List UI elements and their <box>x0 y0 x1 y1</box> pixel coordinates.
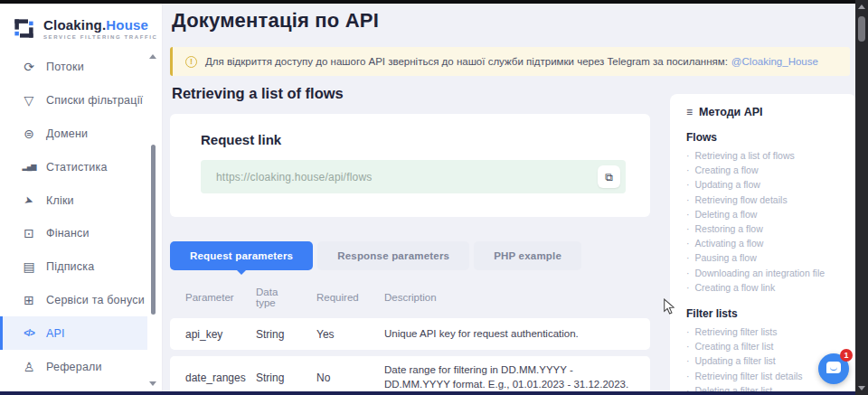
subscription-icon: ▤ <box>21 259 37 274</box>
cell-data-type: String <box>256 328 316 341</box>
chat-smile-icon <box>830 366 837 371</box>
method-link[interactable]: Downloading an integration file <box>686 266 845 280</box>
request-url: https://cloaking.house/api/flows <box>216 171 598 183</box>
logo-text-secondary: House <box>106 17 148 33</box>
section-title: Retrieving a list of flows <box>172 85 344 102</box>
top-edge-bar <box>0 0 855 4</box>
scroll-down-icon[interactable] <box>858 386 865 390</box>
sidebar-item-subscription[interactable]: ▤Підписка <box>0 250 147 284</box>
sidebar-nav: ⟳Потоки▽Списки фільтрації⊜Домени▂▄▆Стати… <box>0 51 147 383</box>
chat-icon <box>826 362 841 373</box>
tab-request-parameters[interactable]: Request parameters <box>170 241 313 270</box>
sidebar-item-label: Сервіси та бонуси <box>46 294 145 306</box>
copy-button[interactable]: ⧉ <box>598 165 620 188</box>
page-scrollbar[interactable] <box>855 0 868 395</box>
tab-php-example[interactable]: PHP example <box>474 241 581 270</box>
cell-required: No <box>316 371 384 384</box>
screen: Cloaking.House SERVICE FILTERING TRAFFIC… <box>0 0 868 395</box>
methods-group-title: Filter lists <box>686 307 845 320</box>
logo-text-primary: Cloaking. <box>43 17 106 33</box>
sync-icon: ⟳ <box>21 60 37 74</box>
page-scrollbar-thumb[interactable] <box>858 16 865 42</box>
mouse-cursor <box>663 298 675 315</box>
column-header-data-type: Data type <box>256 287 294 308</box>
clicks-icon: ➤ <box>19 192 38 209</box>
request-link-card: Request link https://cloaking.house/api/… <box>170 114 650 217</box>
telegram-link[interactable]: @Cloaking_House <box>731 56 818 67</box>
sidebar-item-label: Домени <box>46 127 88 140</box>
sidebar-item-statistics[interactable]: ▂▄▆Статистика <box>0 150 147 183</box>
notice-banner: ! Для відкриття доступу до нашого API зв… <box>170 47 850 76</box>
sidebar-item-filter-lists[interactable]: ▽Списки фільтрації <box>0 84 147 118</box>
referrals-icon: ♙ <box>21 360 37 374</box>
sidebar-item-label: Підписка <box>46 260 94 273</box>
method-link[interactable]: Pausing a flow <box>686 250 845 265</box>
methods-groups: FlowsRetrieving a list of flowsCreating … <box>686 131 845 395</box>
column-header-description: Description <box>384 292 650 303</box>
scroll-up-icon[interactable] <box>858 5 865 9</box>
logo-tagline: SERVICE FILTERING TRAFFIC <box>43 34 157 40</box>
sidebar-scroll-up-icon[interactable] <box>149 54 156 59</box>
api-methods-panel: ≡ Методи API FlowsRetrieving a list of f… <box>670 94 856 395</box>
tabs: Request parametersResponse parametersPHP… <box>170 241 581 270</box>
sidebar-item-label: Кліки <box>46 194 74 207</box>
sidebar-item-label: Потоки <box>46 61 84 73</box>
method-link[interactable]: Creating a filter list <box>686 339 845 353</box>
tab-response-parameters[interactable]: Response parameters <box>317 241 469 270</box>
sidebar-item-label: API <box>46 327 65 340</box>
method-link[interactable]: Creating a flow link <box>686 280 845 295</box>
method-link[interactable]: Deleting a flow <box>686 207 845 221</box>
sidebar-scrollbar-thumb[interactable] <box>151 145 156 315</box>
logo-text: Cloaking.House SERVICE FILTERING TRAFFIC <box>43 17 157 40</box>
cell-required: Yes <box>316 328 384 341</box>
sidebar-item-flows[interactable]: ⟳Потоки <box>0 51 147 84</box>
sidebar-item-api[interactable]: </>API <box>0 316 147 350</box>
chat-unread-badge: 1 <box>840 349 853 362</box>
sidebar-item-label: Списки фільтрації <box>46 94 143 107</box>
services-icon: ⊞ <box>21 293 37 307</box>
table-row: date_rangesStringNoDate range for filter… <box>170 356 650 395</box>
table-row: api_keyStringYesUnique API key for reque… <box>170 318 650 350</box>
method-link[interactable]: Creating a flow <box>686 163 845 177</box>
info-icon: ! <box>185 56 197 68</box>
request-url-field[interactable]: https://cloaking.house/api/flows ⧉ <box>201 160 626 193</box>
table-header: Parameter Data type Required Description <box>170 282 650 313</box>
notice-text: Для відкриття доступу до нашого API звер… <box>205 56 728 67</box>
sidebar: Cloaking.House SERVICE FILTERING TRAFFIC… <box>0 4 163 391</box>
method-link[interactable]: Updating a flow <box>686 177 845 192</box>
method-link[interactable]: Retrieving a list of flows <box>686 148 845 163</box>
sidebar-item-label: Статистика <box>46 161 108 174</box>
column-header-required: Required <box>316 292 384 303</box>
method-link[interactable]: Retrieving flow details <box>686 193 845 207</box>
methods-panel-title-row: ≡ Методи API <box>686 106 845 118</box>
finance-icon: ⊡ <box>21 226 37 240</box>
api-icon: </> <box>21 328 37 338</box>
method-link[interactable]: Retrieving filter lists <box>686 324 845 339</box>
column-header-parameter: Parameter <box>185 292 256 303</box>
logo[interactable]: Cloaking.House SERVICE FILTERING TRAFFIC <box>0 4 162 41</box>
filter-icon: ▽ <box>21 93 37 108</box>
sidebar-item-finance[interactable]: ⊡Фінанси <box>0 217 147 250</box>
sidebar-scroll-down-icon[interactable] <box>149 381 156 386</box>
methods-panel-title: Методи API <box>699 106 763 118</box>
cell-desc: Date range for filtering in DD.MM.YYYY -… <box>384 363 650 391</box>
cell-data-type: String <box>256 371 316 384</box>
stats-icon: ▂▄▆ <box>21 163 37 171</box>
method-link[interactable]: Restoring a flow <box>686 221 845 236</box>
bottom-edge-bar <box>0 391 855 395</box>
sidebar-item-services-bonuses[interactable]: ⊞Сервіси та бонуси <box>0 284 147 317</box>
logo-icon <box>12 16 36 41</box>
page-title: Документація по API <box>172 9 379 33</box>
sidebar-item-clicks[interactable]: ➤Кліки <box>0 183 147 217</box>
request-link-title: Request link <box>201 132 281 147</box>
method-link[interactable]: Activating a flow <box>686 236 845 250</box>
sidebar-item-domains[interactable]: ⊜Домени <box>0 118 147 151</box>
sidebar-item-label: Фінанси <box>46 227 90 240</box>
methods-group-title: Flows <box>686 131 845 144</box>
list-icon: ≡ <box>686 106 693 118</box>
chat-widget[interactable]: 1 <box>818 353 849 384</box>
sidebar-item-label: Реферали <box>46 361 102 373</box>
copy-icon: ⧉ <box>605 171 613 183</box>
cell-desc: Unique API key for request authenticatio… <box>384 327 650 342</box>
sidebar-item-referrals[interactable]: ♙Реферали <box>0 350 147 383</box>
